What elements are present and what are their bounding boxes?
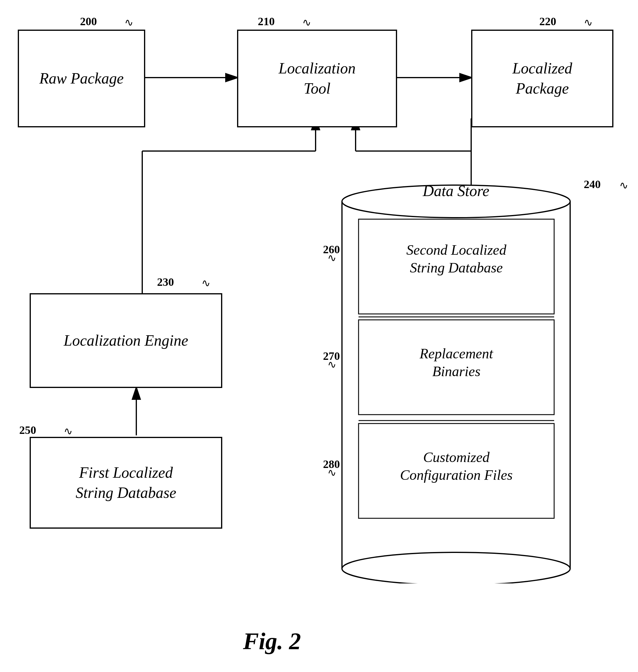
squiggle-230: ∿ — [202, 277, 211, 289]
squiggle-200: ∿ — [124, 16, 133, 29]
ref-250: 250 — [19, 424, 36, 436]
first-localized-db-box: First LocalizedString Database — [30, 437, 222, 529]
svg-text:Data Store: Data Store — [423, 184, 489, 199]
ref-240: 240 — [584, 178, 601, 191]
ref-200: 200 — [80, 15, 97, 28]
squiggle-220: ∿ — [584, 16, 593, 29]
ref-230: 230 — [157, 275, 174, 289]
squiggle-250: ∿ — [64, 425, 72, 437]
raw-package-label: Raw Package — [39, 68, 123, 89]
svg-text:Customized: Customized — [423, 449, 490, 465]
diagram: 200 ∿ Raw Package 210 ∿ LocalizationTool… — [0, 0, 638, 672]
figure-label: Fig. 2 — [243, 628, 301, 655]
svg-text:Binaries: Binaries — [432, 363, 481, 379]
squiggle-270: ∿ — [328, 358, 336, 371]
raw-package-box: Raw Package — [18, 30, 145, 127]
localization-engine-label: Localization Engine — [64, 330, 188, 351]
squiggle-280: ∿ — [328, 466, 336, 479]
svg-point-15 — [342, 552, 570, 583]
svg-text:Configuration Files: Configuration Files — [400, 467, 513, 483]
first-localized-db-label: First LocalizedString Database — [75, 463, 176, 503]
localization-tool-label: LocalizationTool — [279, 58, 356, 98]
ref-220: 220 — [539, 15, 556, 28]
localization-engine-box: Localization Engine — [30, 293, 222, 388]
localized-package-box: LocalizedPackage — [471, 30, 614, 127]
svg-text:Second Localized: Second Localized — [406, 242, 506, 258]
svg-text:Replacement: Replacement — [419, 346, 494, 361]
squiggle-260: ∿ — [328, 252, 336, 264]
localization-tool-box: LocalizationTool — [237, 30, 397, 127]
cylinder-svg: Data Store Second Localized String Datab… — [341, 184, 572, 583]
svg-text:String Database: String Database — [410, 260, 503, 275]
squiggle-210: ∿ — [302, 16, 311, 29]
ref-210: 210 — [258, 15, 275, 28]
localized-package-label: LocalizedPackage — [513, 58, 572, 98]
squiggle-240: ∿ — [619, 179, 628, 192]
